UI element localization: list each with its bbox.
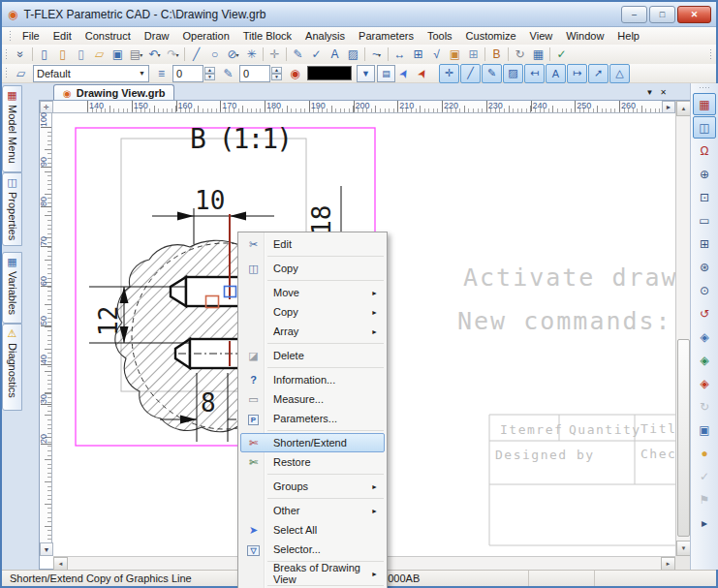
cancel-selection-button[interactable]: ➤ xyxy=(414,65,432,82)
draw-node-button[interactable]: ✳ xyxy=(242,46,261,63)
save-document-button[interactable]: ▣ xyxy=(109,46,127,63)
insert-fragment-button[interactable]: ▣ xyxy=(446,46,464,63)
table-button[interactable]: ▦ xyxy=(529,46,547,63)
draw-ellipse-button[interactable]: ⊘▾ xyxy=(224,46,242,63)
sidebar-tab-diagnostics[interactable]: ⚠Diagnostics xyxy=(2,324,22,411)
selector-list-button[interactable]: ▤ xyxy=(377,65,395,82)
context-menu-item-shorten-extend[interactable]: ✄Shorten/Extend xyxy=(240,433,385,452)
menu-help[interactable]: Help xyxy=(610,28,646,44)
zoom-selection-button[interactable]: ⊙ xyxy=(693,279,716,301)
undo-dropdown[interactable]: ▾ xyxy=(158,51,161,58)
redo-button[interactable]: ↷▾ xyxy=(164,46,182,63)
menu-title-block[interactable]: Title Block xyxy=(236,28,298,44)
context-menu-item-parameters[interactable]: PParameters... xyxy=(240,409,385,428)
maximize-button[interactable]: □ xyxy=(649,6,675,23)
redo-dropdown[interactable]: ▾ xyxy=(176,51,179,58)
3d-model-button[interactable]: ▣ xyxy=(693,418,716,441)
menu-construct[interactable]: Construct xyxy=(78,28,138,44)
open-document-button[interactable]: ▱ xyxy=(90,46,109,63)
sidebar-tab-model-menu[interactable]: ▦Model Menu xyxy=(2,85,22,172)
color-button[interactable]: ◉ xyxy=(286,65,304,82)
convert-button[interactable]: ↻ xyxy=(511,46,529,63)
level-stepper[interactable]: ▲▼ xyxy=(204,67,215,80)
context-menu-item-delete[interactable]: ◪Delete xyxy=(240,346,385,365)
menu-window[interactable]: Window xyxy=(559,28,610,44)
context-menu-item-other[interactable]: Other► xyxy=(240,501,385,520)
drawing-view-button[interactable]: ⊞ xyxy=(409,46,427,63)
tab-close-button[interactable]: ✕ xyxy=(657,86,670,98)
text-button[interactable]: A xyxy=(326,46,344,63)
filter-fragments-toggle[interactable]: △ xyxy=(609,64,630,83)
more-tools-button[interactable]: » xyxy=(12,46,30,63)
menu-view[interactable]: View xyxy=(523,28,560,44)
context-menu-item-array[interactable]: Array► xyxy=(240,322,385,341)
priority-stepper[interactable]: ▲▼ xyxy=(271,67,282,80)
vertical-scrollbar[interactable]: ▲ ▼ xyxy=(675,101,690,556)
minimize-button[interactable]: – xyxy=(621,6,647,23)
print-button[interactable]: ▤▾ xyxy=(127,46,145,63)
filter-dimensions-toggle[interactable]: ↤ xyxy=(524,64,545,83)
filter-roughness-toggle[interactable]: ➚ xyxy=(588,64,609,83)
menu-edit[interactable]: Edit xyxy=(47,28,78,44)
scroll-left-button[interactable]: ◄ xyxy=(53,557,68,571)
menu-tools[interactable]: Tools xyxy=(421,28,459,44)
draw-line-button[interactable]: ╱ xyxy=(187,46,205,63)
zoom-window-button[interactable]: ⊞ xyxy=(693,232,716,255)
selector-config-button[interactable]: ▼ xyxy=(357,65,375,82)
filter-lines-toggle[interactable]: ╱ xyxy=(460,64,481,83)
scroll-down-button[interactable]: ▼ xyxy=(676,541,691,556)
layer-select[interactable]: Default ▼ xyxy=(33,65,149,82)
draw-ellipse-dropdown[interactable]: ▾ xyxy=(236,51,239,58)
menubar-grip-handle[interactable] xyxy=(9,30,13,43)
tab-menu-button[interactable]: ▼ xyxy=(643,86,656,98)
context-menu-item-edit[interactable]: ✂Edit xyxy=(240,234,385,254)
roughness-button[interactable]: √ xyxy=(427,46,446,63)
construction-lines-button[interactable]: ✛ xyxy=(265,46,284,63)
context-menu-item-information[interactable]: ?Information... xyxy=(240,370,385,389)
report-button[interactable]: B xyxy=(487,46,506,63)
context-menu-item-copy[interactable]: Copy► xyxy=(240,302,385,322)
new-document-button[interactable]: ▯ xyxy=(35,46,53,63)
model-menu-window-button[interactable]: ▦ xyxy=(693,93,716,115)
spin-down-icon[interactable]: ▼ xyxy=(204,74,215,80)
assembly-button[interactable]: ⊞ xyxy=(464,46,483,63)
close-button[interactable]: ✕ xyxy=(677,6,711,23)
spline-button[interactable]: ~▾ xyxy=(367,46,386,63)
spin-up-icon[interactable]: ▲ xyxy=(204,67,215,74)
menu-draw[interactable]: Draw xyxy=(138,28,176,44)
scroll-right-button[interactable]: ► xyxy=(661,557,675,571)
context-menu-item-select-all[interactable]: ➤Select All xyxy=(240,520,385,540)
layers-button[interactable]: ≡ xyxy=(152,65,171,82)
spin-down-icon[interactable]: ▼ xyxy=(271,74,282,80)
filter-sketch-toggle[interactable]: ✎ xyxy=(482,64,502,83)
document-check-button[interactable]: ✓ xyxy=(552,46,571,63)
page-properties-button[interactable]: ▱ xyxy=(12,65,30,82)
context-menu-item-restore[interactable]: ✄Restore xyxy=(240,452,385,472)
menu-parameters[interactable]: Parameters xyxy=(352,28,421,44)
right-toolbar-grip-handle[interactable] xyxy=(699,86,711,90)
undo-button[interactable]: ↶▾ xyxy=(145,46,164,63)
priority-button[interactable]: ✎ xyxy=(219,65,237,82)
spline-dropdown[interactable]: ▾ xyxy=(378,51,381,58)
level-input[interactable]: 0 xyxy=(172,65,203,82)
menu-analysis[interactable]: Analysis xyxy=(298,28,352,44)
hatch-button[interactable]: ▨ xyxy=(344,46,362,63)
object-snap-button[interactable]: Ω xyxy=(693,139,716,162)
select-3d-button[interactable]: ➤ xyxy=(395,65,414,82)
print-dropdown[interactable]: ▾ xyxy=(140,51,142,58)
context-menu-item-selector[interactable]: ▽Selector... xyxy=(240,540,385,559)
filter-leaders-toggle[interactable]: ↦ xyxy=(567,64,587,83)
draw-circle-button[interactable]: ○ xyxy=(205,46,224,63)
toolbar1-end-grip[interactable] xyxy=(709,48,713,61)
menu-operation[interactable]: Operation xyxy=(175,28,235,44)
ruler-scroll-down-button[interactable]: ▼ xyxy=(40,542,53,556)
titlebar[interactable]: ◉ T-FLEX Parametric CAD - C:\Drawing Vie… xyxy=(2,2,716,27)
filter-hatches-toggle[interactable]: ▨ xyxy=(503,64,523,83)
current-color-swatch[interactable] xyxy=(307,66,352,80)
3d-view-button[interactable]: ◈ xyxy=(693,325,716,348)
toolbar1-grip-handle[interactable] xyxy=(5,48,9,61)
vscroll-thumb[interactable] xyxy=(677,339,690,537)
new-fragment-button[interactable]: ▯ xyxy=(53,46,72,63)
overflow-button[interactable]: ▸ xyxy=(693,511,716,534)
context-menu-item-measure[interactable]: ▭Measure... xyxy=(240,389,385,409)
